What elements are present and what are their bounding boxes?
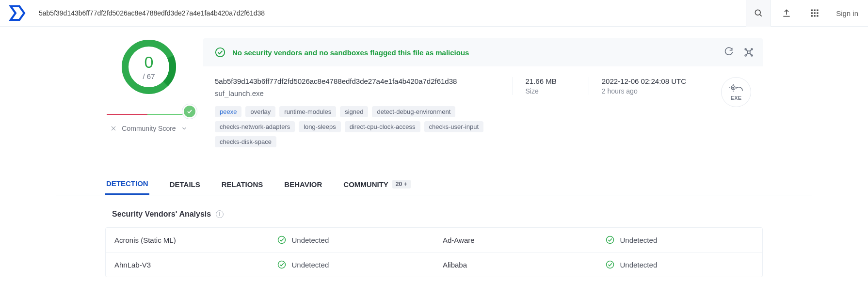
tab-details[interactable]: DETAILS <box>169 173 201 195</box>
file-type-label: EXE <box>731 95 742 101</box>
svg-rect-10 <box>814 15 815 16</box>
reanalyze-icon[interactable] <box>724 47 734 58</box>
tag-direct-cpu-clock-access[interactable]: direct-cpu-clock-access <box>345 121 420 132</box>
file-size-block: 21.66 MB Size <box>513 77 569 95</box>
file-date-block: 2022-12-06 02:24:08 UTC 2 hours ago <box>589 77 699 95</box>
tab-relations[interactable]: RELATIONS <box>221 173 264 195</box>
file-date-label: 2 hours ago <box>602 87 686 95</box>
tab-behavior[interactable]: BEHAVIOR <box>283 173 323 195</box>
svg-point-0 <box>755 10 760 15</box>
search-icon[interactable] <box>746 0 771 27</box>
checkmark-circle-icon <box>277 260 286 269</box>
vendors-section-title: Security Vendors' Analysis <box>112 210 211 219</box>
community-score-label: Community Score <box>122 125 176 132</box>
banner-message: No security vendors and no sandboxes fla… <box>232 48 469 57</box>
tab-bar: DETECTION DETAILS RELATIONS BEHAVIOR COM… <box>56 173 812 195</box>
tag-overlay[interactable]: overlay <box>245 106 275 117</box>
score-total: / 67 <box>143 72 155 80</box>
svg-rect-4 <box>814 10 815 11</box>
vendor-status: Undetected <box>272 228 434 252</box>
file-size-label: Size <box>526 87 557 95</box>
svg-rect-3 <box>811 10 813 11</box>
app-logo[interactable] <box>8 3 27 23</box>
svg-point-33 <box>606 236 613 244</box>
graph-icon[interactable] <box>743 47 754 58</box>
tag-long-sleeps[interactable]: long-sleeps <box>299 121 341 132</box>
svg-rect-8 <box>817 12 818 14</box>
detection-score-widget: 0 / 67 Community Score <box>105 38 193 132</box>
tag-peexe[interactable]: peexe <box>215 106 241 117</box>
signin-link[interactable]: Sign in <box>834 9 860 17</box>
score-detections: 0 <box>145 54 154 70</box>
tag-checks-network-adapters[interactable]: checks-network-adapters <box>215 121 295 132</box>
svg-line-23 <box>750 50 752 51</box>
svg-line-22 <box>746 50 748 51</box>
close-icon[interactable] <box>110 125 117 132</box>
vendor-name: AhnLab-V3 <box>106 252 272 277</box>
info-icon[interactable]: i <box>216 210 224 218</box>
svg-line-1 <box>760 15 762 16</box>
vendor-status: Undetected <box>272 252 434 277</box>
safety-banner: No security vendors and no sandboxes fla… <box>203 38 763 66</box>
header-actions: Sign in <box>746 0 860 27</box>
svg-point-34 <box>278 261 285 268</box>
svg-rect-9 <box>811 15 813 16</box>
svg-point-16 <box>216 48 225 57</box>
upload-icon[interactable] <box>774 0 799 27</box>
score-ring: 0 / 67 <box>120 38 177 95</box>
top-header: 5ab5f39d143b6ff77df2fd5026ac8e4788edfd3d… <box>0 0 868 27</box>
community-count-badge: 20 + <box>392 180 411 189</box>
svg-point-35 <box>606 261 613 268</box>
checkmark-circle-icon <box>277 236 286 244</box>
vendor-status: Undetected <box>600 252 763 277</box>
vendor-status: Undetected <box>600 228 763 252</box>
file-size-value: 21.66 MB <box>526 77 557 85</box>
gears-icon <box>729 83 743 94</box>
file-date-value: 2022-12-06 02:24:08 UTC <box>602 77 686 85</box>
tag-list: peexeoverlayruntime-modulessigneddetect-… <box>215 106 493 147</box>
vendor-name: Ad-Aware <box>434 228 600 252</box>
file-type-badge: EXE <box>721 77 751 107</box>
community-score-bar <box>107 114 191 115</box>
tab-community-label: COMMUNITY <box>343 180 388 189</box>
tag-checks-user-input[interactable]: checks-user-input <box>424 121 484 132</box>
tab-community[interactable]: COMMUNITY 20 + <box>342 173 411 195</box>
community-score-indicator <box>182 104 197 119</box>
svg-point-32 <box>278 236 285 244</box>
tag-detect-debug-environment[interactable]: detect-debug-environment <box>372 106 455 117</box>
tag-runtime-modules[interactable]: runtime-modules <box>279 106 336 117</box>
file-hash: 5ab5f39d143b6ff77df2fd5026ac8e4788edfd3d… <box>215 77 493 85</box>
svg-rect-7 <box>814 12 815 14</box>
svg-rect-6 <box>811 12 813 14</box>
table-row: AhnLab-V3UndetectedAlibabaUndetected <box>106 252 762 277</box>
vendor-name: Alibaba <box>434 252 600 277</box>
vendors-table: Acronis (Static ML)UndetectedAd-AwareUnd… <box>105 227 763 277</box>
svg-rect-5 <box>817 10 818 11</box>
file-name: suf_launch.exe <box>215 89 493 97</box>
search-input[interactable]: 5ab5f39d143b6ff77df2fd5026ac8e4788edfd3d… <box>39 9 746 17</box>
chevron-down-icon[interactable] <box>181 125 188 132</box>
svg-point-27 <box>733 87 734 88</box>
file-summary-card: No security vendors and no sandboxes fla… <box>203 38 763 156</box>
svg-line-25 <box>750 54 752 55</box>
apps-grid-icon[interactable] <box>802 0 827 27</box>
svg-rect-11 <box>817 15 818 16</box>
svg-rect-21 <box>747 51 750 54</box>
svg-line-24 <box>746 54 748 55</box>
checkmark-circle-icon <box>606 236 614 244</box>
table-row: Acronis (Static ML)UndetectedAd-AwareUnd… <box>106 228 762 252</box>
checkmark-circle-icon <box>606 260 614 269</box>
tag-checks-disk-space[interactable]: checks-disk-space <box>215 136 276 147</box>
checkmark-circle-icon <box>215 47 225 58</box>
vendor-name: Acronis (Static ML) <box>106 228 272 252</box>
tag-signed[interactable]: signed <box>340 106 368 117</box>
tab-detection[interactable]: DETECTION <box>105 173 149 195</box>
